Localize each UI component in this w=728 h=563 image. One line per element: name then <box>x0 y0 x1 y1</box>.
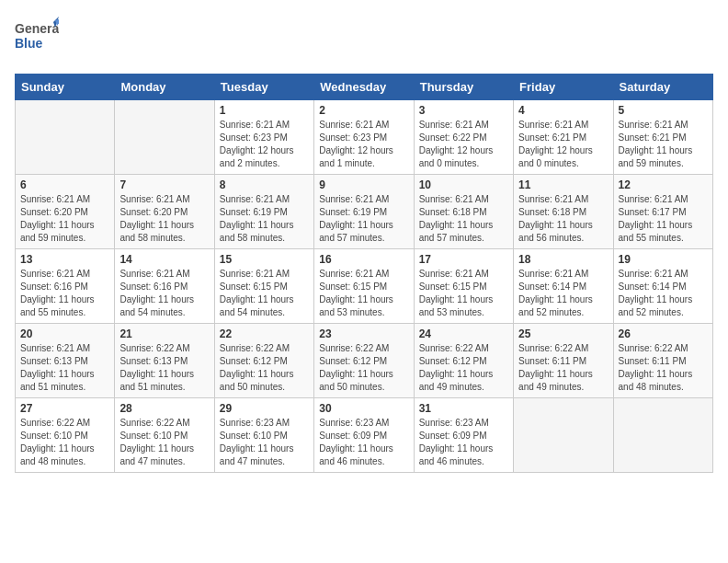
sunrise-label: Sunrise: 6:21 AM <box>319 194 389 204</box>
day-detail: Sunrise: 6:21 AM Sunset: 6:17 PM Dayligh… <box>619 193 708 245</box>
calendar-cell: 29 Sunrise: 6:23 AM Sunset: 6:10 PM Dayl… <box>214 398 313 473</box>
sunset-label: Sunset: 6:15 PM <box>319 282 387 292</box>
day-detail: Sunrise: 6:21 AM Sunset: 6:18 PM Dayligh… <box>518 193 608 245</box>
logo: General Blue <box>15 15 59 63</box>
sunset-label: Sunset: 6:20 PM <box>119 207 188 217</box>
sunrise-label: Sunrise: 6:23 AM <box>419 418 489 428</box>
daylight-label: Daylight: 11 hours and 56 minutes. <box>518 220 593 243</box>
day-number: 1 <box>220 104 309 117</box>
day-number: 22 <box>220 327 309 340</box>
day-detail: Sunrise: 6:22 AM Sunset: 6:11 PM Dayligh… <box>619 342 708 394</box>
svg-text:Blue: Blue <box>15 36 43 51</box>
day-number: 5 <box>619 104 708 117</box>
day-number: 23 <box>319 327 408 340</box>
day-detail: Sunrise: 6:21 AM Sunset: 6:20 PM Dayligh… <box>119 193 209 245</box>
day-detail: Sunrise: 6:21 AM Sunset: 6:18 PM Dayligh… <box>419 193 508 245</box>
calendar-cell <box>16 100 115 175</box>
day-detail: Sunrise: 6:21 AM Sunset: 6:19 PM Dayligh… <box>220 193 309 245</box>
calendar-cell: 4 Sunrise: 6:21 AM Sunset: 6:21 PM Dayli… <box>514 100 613 175</box>
sunset-label: Sunset: 6:09 PM <box>419 431 487 441</box>
sunset-label: Sunset: 6:13 PM <box>119 356 188 366</box>
sunset-label: Sunset: 6:21 PM <box>518 132 586 143</box>
calendar-week-row: 20 Sunrise: 6:21 AM Sunset: 6:13 PM Dayl… <box>16 324 713 398</box>
sunrise-label: Sunrise: 6:21 AM <box>119 194 189 204</box>
daylight-label: Daylight: 11 hours and 54 minutes. <box>119 294 194 317</box>
day-number: 24 <box>419 327 508 340</box>
calendar-cell: 19 Sunrise: 6:21 AM Sunset: 6:14 PM Dayl… <box>613 249 712 324</box>
daylight-label: Daylight: 11 hours and 46 minutes. <box>319 443 393 466</box>
calendar-cell: 27 Sunrise: 6:22 AM Sunset: 6:10 PM Dayl… <box>16 398 115 473</box>
calendar-week-row: 6 Sunrise: 6:21 AM Sunset: 6:20 PM Dayli… <box>16 175 713 249</box>
sunrise-label: Sunrise: 6:22 AM <box>419 343 489 353</box>
calendar-cell <box>514 398 613 473</box>
daylight-label: Daylight: 11 hours and 51 minutes. <box>119 369 194 392</box>
sunrise-label: Sunrise: 6:23 AM <box>220 418 290 428</box>
daylight-label: Daylight: 12 hours and 0 minutes. <box>419 145 494 168</box>
day-number: 21 <box>119 327 209 340</box>
calendar-cell: 28 Sunrise: 6:22 AM Sunset: 6:10 PM Dayl… <box>115 398 214 473</box>
sunrise-label: Sunrise: 6:21 AM <box>419 269 489 279</box>
calendar-cell: 22 Sunrise: 6:22 AM Sunset: 6:12 PM Dayl… <box>214 324 313 398</box>
sunset-label: Sunset: 6:18 PM <box>419 207 487 217</box>
calendar-cell: 7 Sunrise: 6:21 AM Sunset: 6:20 PM Dayli… <box>115 175 214 249</box>
day-number: 16 <box>319 253 408 266</box>
calendar-cell: 2 Sunrise: 6:21 AM Sunset: 6:23 PM Dayli… <box>314 100 414 175</box>
day-number: 30 <box>319 402 408 415</box>
day-number: 8 <box>220 178 309 191</box>
daylight-label: Daylight: 11 hours and 49 minutes. <box>518 369 593 392</box>
day-detail: Sunrise: 6:21 AM Sunset: 6:23 PM Dayligh… <box>220 119 309 170</box>
calendar-cell: 25 Sunrise: 6:22 AM Sunset: 6:11 PM Dayl… <box>514 324 613 398</box>
day-number: 12 <box>619 178 708 191</box>
weekday-header-row: SundayMondayTuesdayWednesdayThursdayFrid… <box>16 75 713 100</box>
day-number: 18 <box>518 253 608 266</box>
sunrise-label: Sunrise: 6:21 AM <box>419 120 489 130</box>
daylight-label: Daylight: 11 hours and 55 minutes. <box>619 220 693 243</box>
day-detail: Sunrise: 6:23 AM Sunset: 6:10 PM Dayligh… <box>220 417 309 468</box>
calendar-cell: 30 Sunrise: 6:23 AM Sunset: 6:09 PM Dayl… <box>314 398 414 473</box>
calendar-cell: 6 Sunrise: 6:21 AM Sunset: 6:20 PM Dayli… <box>16 175 115 249</box>
sunset-label: Sunset: 6:12 PM <box>419 356 487 366</box>
sunset-label: Sunset: 6:14 PM <box>619 282 687 292</box>
calendar-table: SundayMondayTuesdayWednesdayThursdayFrid… <box>15 74 713 473</box>
calendar-cell: 9 Sunrise: 6:21 AM Sunset: 6:19 PM Dayli… <box>314 175 414 249</box>
day-number: 29 <box>220 402 309 415</box>
sunset-label: Sunset: 6:09 PM <box>319 431 387 441</box>
day-detail: Sunrise: 6:22 AM Sunset: 6:11 PM Dayligh… <box>518 342 608 394</box>
sunset-label: Sunset: 6:20 PM <box>20 207 88 217</box>
daylight-label: Daylight: 11 hours and 49 minutes. <box>419 369 494 392</box>
day-number: 7 <box>119 178 209 191</box>
sunrise-label: Sunrise: 6:22 AM <box>119 343 189 353</box>
calendar-cell: 23 Sunrise: 6:22 AM Sunset: 6:12 PM Dayl… <box>314 324 414 398</box>
day-number: 28 <box>119 402 209 415</box>
daylight-label: Daylight: 11 hours and 48 minutes. <box>20 443 95 466</box>
day-number: 13 <box>20 253 109 266</box>
sunset-label: Sunset: 6:12 PM <box>220 356 288 366</box>
calendar-cell: 8 Sunrise: 6:21 AM Sunset: 6:19 PM Dayli… <box>214 175 313 249</box>
calendar-cell: 17 Sunrise: 6:21 AM Sunset: 6:15 PM Dayl… <box>414 249 513 324</box>
day-number: 9 <box>319 178 408 191</box>
day-detail: Sunrise: 6:22 AM Sunset: 6:13 PM Dayligh… <box>119 342 209 394</box>
daylight-label: Daylight: 11 hours and 59 minutes. <box>619 145 693 168</box>
weekday-header: Thursday <box>414 75 513 100</box>
daylight-label: Daylight: 11 hours and 50 minutes. <box>319 369 393 392</box>
sunset-label: Sunset: 6:10 PM <box>220 431 288 441</box>
daylight-label: Daylight: 11 hours and 46 minutes. <box>419 443 494 466</box>
daylight-label: Daylight: 11 hours and 55 minutes. <box>20 294 95 317</box>
sunrise-label: Sunrise: 6:21 AM <box>20 194 90 204</box>
weekday-header: Monday <box>115 75 214 100</box>
sunset-label: Sunset: 6:23 PM <box>319 132 387 143</box>
calendar-cell: 14 Sunrise: 6:21 AM Sunset: 6:16 PM Dayl… <box>115 249 214 324</box>
sunrise-label: Sunrise: 6:21 AM <box>220 120 290 130</box>
sunset-label: Sunset: 6:22 PM <box>419 132 487 143</box>
calendar-cell: 16 Sunrise: 6:21 AM Sunset: 6:15 PM Dayl… <box>314 249 414 324</box>
sunrise-label: Sunrise: 6:23 AM <box>319 418 389 428</box>
daylight-label: Daylight: 11 hours and 58 minutes. <box>119 220 194 243</box>
daylight-label: Daylight: 11 hours and 53 minutes. <box>419 294 494 317</box>
day-detail: Sunrise: 6:23 AM Sunset: 6:09 PM Dayligh… <box>419 417 508 468</box>
day-detail: Sunrise: 6:21 AM Sunset: 6:23 PM Dayligh… <box>319 119 408 170</box>
sunset-label: Sunset: 6:17 PM <box>619 207 687 217</box>
daylight-label: Daylight: 11 hours and 47 minutes. <box>119 443 194 466</box>
sunrise-label: Sunrise: 6:21 AM <box>20 269 90 279</box>
day-number: 27 <box>20 402 109 415</box>
calendar-cell <box>613 398 712 473</box>
